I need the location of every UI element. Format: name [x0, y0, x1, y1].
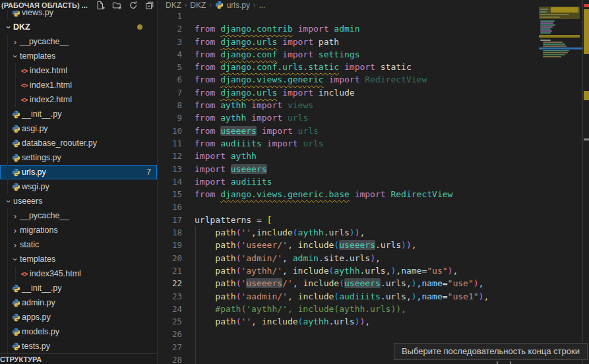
- html-file-icon: <>: [18, 270, 30, 278]
- line-number[interactable]: 17: [158, 214, 182, 226]
- line-number[interactable]: 14: [158, 175, 182, 188]
- tree-item-__pycache__[interactable]: ›__pycache__: [0, 208, 157, 223]
- tree-item-migrations[interactable]: ›migrations: [0, 223, 157, 237]
- tree-item-tests.py[interactable]: tests.py: [0, 339, 157, 353]
- line-number[interactable]: 25: [158, 315, 182, 328]
- code-line[interactable]: 18 path('',include(aythh.urls)),: [158, 226, 540, 239]
- line-number[interactable]: 15: [158, 188, 182, 200]
- tree-item-database_roouter.py[interactable]: database_roouter.py: [0, 136, 157, 150]
- code-token: name: [401, 266, 421, 276]
- code-token: ): [355, 317, 360, 326]
- code-line[interactable]: 1: [158, 10, 540, 22]
- code-line[interactable]: 8from aythh import views: [158, 99, 540, 111]
- tree-item-label: index2.html: [30, 95, 72, 104]
- code-token: from: [195, 113, 220, 123]
- code-line[interactable]: 13import useeers: [158, 163, 540, 175]
- code-line[interactable]: 16: [158, 200, 540, 213]
- outline-section-header[interactable]: СТРУКТУРА: [0, 353, 157, 364]
- code-area[interactable]: 12from django.contrib import admin3from …: [158, 10, 540, 364]
- tree-item-index345.html[interactable]: <>index345.html: [0, 266, 157, 281]
- code-line[interactable]: 9from aythh import urls: [158, 111, 540, 124]
- minimap[interactable]: [539, 7, 582, 82]
- code-line[interactable]: 4from django.conf import settings: [158, 48, 540, 61]
- line-number[interactable]: 6: [158, 73, 182, 86]
- tree-item-__pycache__[interactable]: ›__pycache__: [0, 34, 157, 49]
- code-token: ,: [479, 278, 484, 288]
- line-number[interactable]: 18: [158, 226, 182, 239]
- line-number[interactable]: 27: [158, 341, 182, 353]
- code-line[interactable]: 3from django.urls import path: [158, 36, 540, 48]
- line-number[interactable]: 7: [158, 86, 182, 99]
- code-line[interactable]: 2from django.contrib import admin: [158, 22, 540, 35]
- tree-item-index1.html[interactable]: <>index1.html: [0, 78, 157, 92]
- line-number[interactable]: 23: [158, 290, 182, 303]
- code-line[interactable]: 15from django.views.generic.base import …: [158, 188, 540, 200]
- code-line[interactable]: 19 path('useeer/', include(useeers.urls)…: [158, 239, 540, 251]
- line-number[interactable]: 10: [158, 125, 182, 137]
- tree-item-settings.py[interactable]: settings.py: [0, 150, 157, 165]
- tree-item-models.py[interactable]: models.py: [0, 324, 157, 339]
- python-file-icon: [11, 328, 22, 336]
- collapse-all-icon[interactable]: [145, 1, 154, 10]
- tree-item-label: admin.py: [22, 298, 55, 307]
- tree-item-asgi.py[interactable]: asgi.py: [0, 121, 157, 136]
- tree-item-__init__.py[interactable]: __init__.py: [0, 281, 157, 295]
- tree-item-__init__.py[interactable]: __init__.py: [0, 107, 157, 121]
- code-line[interactable]: 24 #path('aythh/', include(aythh.urls)),: [158, 303, 540, 315]
- tree-item-useeers[interactable]: ›useeers: [0, 194, 157, 208]
- tree-item-wsgi.py[interactable]: wsgi.py: [0, 179, 157, 194]
- line-number[interactable]: 28: [158, 353, 182, 364]
- line-number[interactable]: 1: [158, 10, 182, 22]
- tree-item-urls.py[interactable]: urls.py7: [0, 165, 157, 179]
- line-number[interactable]: 19: [158, 239, 182, 251]
- line-number[interactable]: 16: [158, 200, 182, 213]
- tree-item-apps.py[interactable]: apps.py: [0, 310, 157, 324]
- line-number[interactable]: 20: [158, 252, 182, 264]
- tree-item-index2.html[interactable]: <>index2.html: [0, 92, 157, 107]
- overview-ruler[interactable]: [582, 0, 589, 364]
- code-line[interactable]: 20 path('admin/', admin.site.urls),: [158, 252, 540, 264]
- code-line[interactable]: 17urlpatterns = [: [158, 214, 540, 226]
- code-token: useeers: [231, 164, 267, 174]
- line-number[interactable]: 11: [158, 137, 182, 150]
- tree-item-templates[interactable]: ›templates: [0, 252, 157, 266]
- code-line[interactable]: 12import aythh: [158, 150, 540, 162]
- new-file-icon[interactable]: [96, 1, 105, 10]
- breadcrumb-item[interactable]: DKZ: [166, 1, 181, 10]
- code-line[interactable]: 23 path('aadmin/', include(audiiits.urls…: [158, 290, 540, 303]
- code-line[interactable]: 7from django.urls import include: [158, 86, 540, 99]
- code-line[interactable]: 26: [158, 328, 540, 340]
- tree-item-admin.py[interactable]: admin.py: [0, 295, 157, 310]
- line-number[interactable]: 22: [158, 277, 182, 289]
- tree-item-index.html[interactable]: <>index.html: [0, 63, 157, 78]
- chevron-down-icon: ›: [5, 22, 13, 32]
- line-number[interactable]: 13: [158, 163, 182, 175]
- line-number[interactable]: 5: [158, 61, 182, 73]
- code-line[interactable]: 21 path('aythh/', include(aythh.urls,),n…: [158, 264, 540, 277]
- line-number[interactable]: 3: [158, 36, 182, 48]
- line-number[interactable]: 12: [158, 150, 182, 162]
- tree-item-DKZ[interactable]: ›DKZ: [0, 20, 157, 34]
- explorer-section-header[interactable]: (РАБОЧАЯ ОБЛАСТЬ) ...: [0, 0, 157, 11]
- code-line[interactable]: 5from django.conf.urls.static import sta…: [158, 61, 540, 73]
- code-line[interactable]: 11from audiiits import urls: [158, 137, 540, 150]
- code-line[interactable]: 10from useeers import urls: [158, 125, 540, 137]
- new-folder-icon[interactable]: [112, 1, 121, 10]
- line-number[interactable]: 9: [158, 111, 182, 124]
- line-number[interactable]: 26: [158, 328, 182, 340]
- refresh-icon[interactable]: [129, 1, 138, 10]
- code-line[interactable]: 25 path('', include(aythh.urls)),: [158, 315, 540, 328]
- line-number[interactable]: 2: [158, 22, 182, 35]
- line-number[interactable]: 24: [158, 303, 182, 315]
- code-line[interactable]: 22 path('useeers/', include(useeers.urls…: [158, 277, 540, 289]
- code-line[interactable]: 6from django.views.generic import Redire…: [158, 73, 540, 86]
- line-number[interactable]: 21: [158, 264, 182, 277]
- breadcrumb-item[interactable]: urls.py: [227, 1, 250, 10]
- tree-item-templates[interactable]: ›templates: [0, 49, 157, 63]
- tree-item-static[interactable]: ›static: [0, 237, 157, 252]
- breadcrumb-item[interactable]: ...: [259, 1, 265, 10]
- code-line[interactable]: 14import audiiits: [158, 175, 540, 188]
- breadcrumb-item[interactable]: DKZ: [190, 1, 206, 10]
- line-number[interactable]: 8: [158, 99, 182, 111]
- line-number[interactable]: 4: [158, 48, 182, 61]
